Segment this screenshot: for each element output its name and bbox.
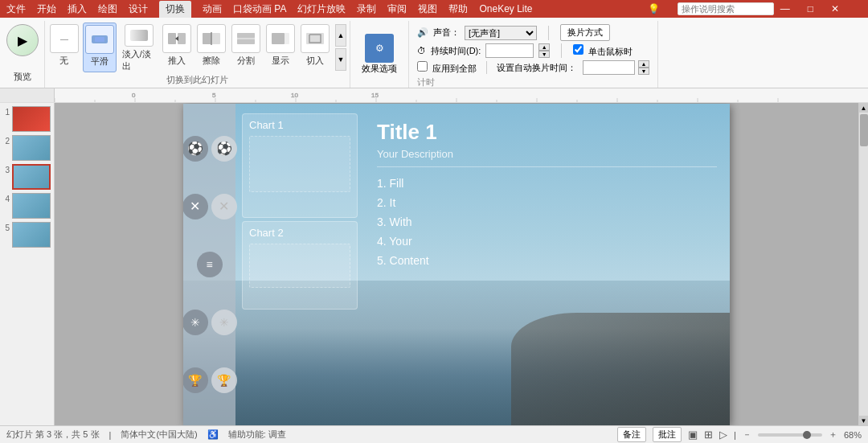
menu-item-file[interactable]: 文件 bbox=[6, 2, 26, 16]
slide-description[interactable]: Your Description bbox=[377, 148, 717, 167]
list-item-4[interactable]: 4. Your bbox=[377, 232, 717, 251]
menu-item-animation[interactable]: 动画 bbox=[203, 2, 222, 16]
scroll-thumb[interactable] bbox=[860, 114, 868, 146]
slide-thumb-2[interactable]: 2 bbox=[3, 135, 51, 161]
chart-box-1[interactable]: Chart 1 bbox=[242, 113, 358, 218]
auto-switch-input[interactable]: 00:00.00 bbox=[583, 60, 635, 75]
slide-num-1: 1 bbox=[3, 108, 10, 117]
status-bar: 幻灯片 第 3 张，共 5 张 | 简体中文(中国大陆) ♿ 辅助功能: 调查 … bbox=[0, 425, 868, 443]
slide-img-4[interactable] bbox=[12, 193, 51, 219]
auto-switch-decrement[interactable]: ▼ bbox=[638, 68, 649, 75]
icon-football-light[interactable]: ⚽ bbox=[211, 136, 237, 162]
sound-select[interactable]: [无声音] bbox=[465, 26, 537, 40]
icon-pair-stack: ≡ bbox=[197, 252, 223, 277]
slide-thumb-5[interactable]: 5 bbox=[3, 222, 51, 248]
title-column: Title 1 Your Description 1. Fill 2. It 3… bbox=[364, 104, 730, 425]
icon-puzzle-light[interactable]: ✳ bbox=[211, 310, 237, 335]
transition-scroll-up[interactable]: ▲ bbox=[335, 24, 346, 47]
svg-rect-3 bbox=[168, 33, 176, 44]
slide-title[interactable]: Title 1 bbox=[377, 120, 717, 145]
comments-button[interactable]: 批注 bbox=[653, 427, 682, 442]
zoom-in-button[interactable]: ＋ bbox=[829, 429, 837, 441]
slide-num-2: 2 bbox=[3, 137, 10, 146]
list-item-1[interactable]: 1. Fill bbox=[377, 174, 717, 193]
icon-football-dark[interactable]: ⚽ bbox=[183, 136, 208, 162]
menu-item-review[interactable]: 审阅 bbox=[387, 2, 407, 16]
menu-item-transition[interactable]: 切换 bbox=[159, 1, 191, 18]
slide-thumb-1[interactable]: 1 bbox=[3, 106, 51, 132]
icon-stack-dark[interactable]: ≡ bbox=[197, 252, 223, 277]
transition-push[interactable]: 推入 bbox=[162, 23, 194, 72]
slide-canvas[interactable]: ⚽ ⚽ ✕ ✕ ≡ ✳ ✳ 🏆 🏆 bbox=[183, 104, 730, 425]
icon-wrench-dark[interactable]: ✕ bbox=[183, 194, 208, 219]
svg-rect-2 bbox=[130, 30, 148, 41]
menu-item-draw[interactable]: 绘图 bbox=[98, 2, 117, 16]
list-item-3[interactable]: 3. With bbox=[377, 212, 717, 232]
list-item-5[interactable]: 5. Content bbox=[377, 251, 717, 270]
slide-info: 幻灯片 第 3 张，共 5 张 bbox=[6, 429, 100, 441]
slide-img-1[interactable] bbox=[12, 106, 51, 132]
scroll-track[interactable] bbox=[859, 113, 868, 416]
slide-content: Chart 1 Chart 2 Title 1 Your Description… bbox=[235, 104, 730, 425]
menu-item-design[interactable]: 设计 bbox=[129, 2, 148, 16]
slide-img-5[interactable] bbox=[12, 222, 51, 248]
slide-img-3[interactable] bbox=[12, 164, 51, 190]
chart2-label: Chart 2 bbox=[249, 227, 284, 239]
window-minimize-icon[interactable]: — bbox=[780, 3, 790, 14]
switch-method-button[interactable]: 换片方式 bbox=[560, 24, 610, 41]
menu-item-record[interactable]: 录制 bbox=[357, 2, 376, 16]
svg-text:0: 0 bbox=[132, 92, 136, 99]
apply-all-checkbox[interactable] bbox=[417, 61, 428, 72]
preview-button[interactable]: ▶ bbox=[6, 24, 39, 56]
transition-split[interactable]: 分割 bbox=[230, 23, 262, 72]
chart-box-2[interactable]: Chart 2 bbox=[242, 221, 358, 310]
menu-item-view[interactable]: 视图 bbox=[418, 2, 437, 16]
slide-thumb-3[interactable]: 3 bbox=[3, 164, 51, 190]
duration-increment[interactable]: ▲ bbox=[538, 43, 550, 51]
icon-trophy-light[interactable]: 🏆 bbox=[211, 367, 237, 393]
svg-text:15: 15 bbox=[371, 92, 379, 99]
chart-column: Chart 1 Chart 2 bbox=[235, 104, 364, 425]
window-maximize-icon[interactable]: □ bbox=[808, 3, 813, 14]
transition-reveal[interactable]: 显示 bbox=[264, 23, 297, 72]
icon-wrench-light[interactable]: ✕ bbox=[211, 194, 237, 219]
duration-decrement[interactable]: ▼ bbox=[538, 51, 550, 58]
menu-item-pa[interactable]: 口袋动画 PA bbox=[233, 2, 286, 16]
effects-button[interactable]: ⚙ 效果选项 bbox=[357, 32, 402, 76]
list-item-2[interactable]: 2. It bbox=[377, 193, 717, 212]
icon-trophy-dark[interactable]: 🏆 bbox=[183, 367, 208, 393]
ruler-corner bbox=[0, 88, 55, 102]
slide-thumb-4[interactable]: 4 bbox=[3, 193, 51, 219]
zoom-out-button[interactable]: － bbox=[743, 429, 751, 441]
view-outline-icon[interactable]: ⊞ bbox=[704, 429, 713, 441]
transition-cut[interactable]: 切入 bbox=[299, 23, 331, 72]
menu-item-insert[interactable]: 插入 bbox=[68, 2, 87, 16]
click-mouse-checkbox[interactable] bbox=[573, 44, 583, 55]
duration-input[interactable]: 01.00 bbox=[485, 43, 534, 58]
window-close-icon[interactable]: ✕ bbox=[831, 3, 839, 14]
view-normal-icon[interactable]: ▣ bbox=[688, 429, 698, 441]
scroll-up-button[interactable]: ▲ bbox=[859, 103, 869, 113]
view-slideshow-icon[interactable]: ▷ bbox=[719, 429, 727, 441]
menu-item-home[interactable]: 开始 bbox=[37, 2, 56, 16]
svg-rect-6 bbox=[203, 33, 211, 44]
auto-switch-increment[interactable]: ▲ bbox=[638, 60, 649, 68]
menu-item-onekey[interactable]: OneKey Lite bbox=[479, 3, 532, 14]
language-indicator: | bbox=[109, 430, 112, 440]
menu-item-slideshow[interactable]: 幻灯片放映 bbox=[297, 2, 346, 16]
svg-rect-12 bbox=[272, 33, 285, 44]
zoom-slider[interactable] bbox=[758, 433, 822, 437]
slide-img-2[interactable] bbox=[12, 135, 51, 161]
transition-fade[interactable]: 淡入/淡出 bbox=[119, 23, 159, 72]
vertical-scrollbar: ▲ ▼ bbox=[858, 103, 868, 425]
search-input[interactable] bbox=[678, 2, 774, 15]
transition-wipe[interactable]: 擦除 bbox=[195, 23, 227, 72]
scroll-down-button[interactable]: ▼ bbox=[859, 416, 869, 425]
transition-none[interactable]: — 无 bbox=[48, 23, 80, 72]
effects-label: 效果选项 bbox=[362, 63, 397, 75]
transition-smooth[interactable]: 平滑 bbox=[83, 23, 117, 72]
icon-puzzle-dark[interactable]: ✳ bbox=[183, 310, 208, 335]
menu-item-help[interactable]: 帮助 bbox=[448, 2, 468, 16]
notes-button[interactable]: 备注 bbox=[617, 427, 646, 442]
transition-scroll-down[interactable]: ▼ bbox=[335, 48, 346, 71]
